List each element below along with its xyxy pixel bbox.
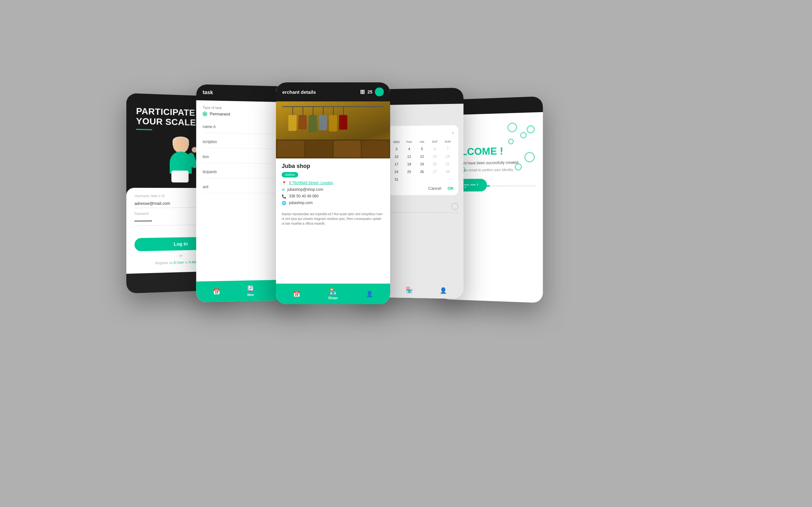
header-icons: ⊞ 25: [360, 88, 384, 96]
counter-badge: 25: [367, 89, 372, 95]
cal-day-25[interactable]: 25: [403, 168, 415, 175]
merchant-email: jubashop@shop.com: [287, 187, 323, 192]
merchant-name: Juba shop: [282, 163, 385, 170]
location-icon: 📍: [282, 181, 287, 185]
cal-day-24[interactable]: 24: [391, 168, 403, 175]
cal-day-10[interactable]: 10: [391, 153, 403, 160]
task-reward-text: ard: [203, 185, 208, 189]
cal-day-26[interactable]: 26: [416, 168, 428, 175]
cal-day-7[interactable]: 7: [442, 145, 454, 152]
calendar-next-arrow[interactable]: ›: [452, 130, 454, 135]
merchant-phone-row: 📞 336 50 40 48 080: [282, 194, 385, 199]
cal-check-outline: [451, 203, 458, 210]
nav-item-new[interactable]: 🔄 New: [247, 285, 254, 297]
cal-day-17[interactable]: 17: [391, 161, 403, 168]
cal-day-3[interactable]: 3: [391, 146, 403, 153]
cal-nav-profile[interactable]: 👤: [440, 287, 447, 294]
headline-underline: [136, 129, 152, 130]
cal-day-20[interactable]: 20: [428, 160, 441, 167]
calendar-ok-btn[interactable]: OK: [448, 186, 454, 191]
merchant-nav-profile[interactable]: 👤: [366, 291, 373, 297]
merchant-address[interactable]: 6 Titchfield Street, London: [289, 181, 333, 185]
profile-nav-icon: 👤: [366, 291, 373, 297]
cal-day-18[interactable]: 18: [403, 161, 415, 168]
scene: PARTICIPATE IN YOUR SCALE Username, Mail…: [89, 79, 723, 428]
person-card-prop: [171, 170, 189, 182]
cal-day-13[interactable]: 13: [428, 153, 441, 160]
cal-nav-shops[interactable]: 🏪: [406, 286, 413, 293]
merchant-description: duptas repudandae aut expedita es? Aut q…: [276, 212, 390, 226]
cal-day-19[interactable]: 19: [416, 161, 428, 168]
shops-icon: 🏪: [329, 288, 337, 295]
register-user-link[interactable]: A User: [173, 260, 184, 264]
cal-day-4[interactable]: 4: [403, 146, 415, 153]
merchant-nav-calendar[interactable]: 📅: [293, 291, 300, 297]
cal-day-28[interactable]: 28: [442, 168, 454, 175]
merchant-bottom-nav: 📅 🏪 Shops 👤: [276, 284, 390, 304]
cal-day-5[interactable]: 5: [416, 145, 428, 152]
web-icon: 🌐: [282, 201, 287, 205]
permanent-label: Permanent: [210, 112, 230, 117]
cal-day-6[interactable]: 6: [428, 145, 441, 152]
new-label: New: [247, 293, 254, 297]
merchant-tag: clothes: [282, 172, 298, 177]
nav-item-calendar[interactable]: 📅: [213, 288, 220, 295]
merchant-info-section: Juba shop clothes 📍 6 Titchfield Street,…: [276, 158, 390, 212]
merchant-website-row: 🌐 jubashop.com: [282, 201, 385, 205]
merchant-header-title: erchant details: [282, 89, 316, 95]
person-head: [173, 137, 189, 153]
cal-day-14[interactable]: 14: [442, 153, 454, 160]
task-part-text: ticipants: [203, 170, 217, 174]
cal-day-31[interactable]: 31: [391, 176, 403, 183]
merchant-header: erchant details ⊞ 25: [276, 82, 390, 101]
task-name-text: name A: [203, 124, 216, 129]
merchant-email-row: ✉ jubashop@shop.com: [282, 187, 385, 192]
user-avatar: [375, 88, 384, 96]
new-icon: 🔄: [247, 285, 254, 292]
task-desc-text: scription: [203, 139, 217, 144]
merchant-nav-shops[interactable]: 🏪 Shops: [328, 288, 338, 300]
merchant-shop-image: [276, 101, 390, 158]
cal-nav-shops-icon: 🏪: [406, 286, 413, 293]
cal-day-21[interactable]: 21: [442, 160, 454, 167]
task-opt-text: tion: [203, 155, 209, 159]
calendar-cancel-btn[interactable]: Cancel: [428, 186, 441, 191]
calendar-nav-icon: 📅: [293, 291, 300, 297]
phone-icon: 📞: [282, 194, 287, 199]
shops-label: Shops: [328, 296, 338, 300]
merchant-phone: 336 50 40 48 080: [289, 194, 318, 199]
merchant-address-row: 📍 6 Titchfield Street, London: [282, 181, 385, 185]
grid-icon: ⊞: [360, 89, 365, 95]
cal-nav-profile-icon: 👤: [440, 287, 447, 294]
merchant-website: jubashop.com: [289, 201, 313, 205]
calendar-icon: 📅: [213, 288, 220, 295]
cal-day-12[interactable]: 12: [416, 153, 428, 160]
cal-day-27[interactable]: 27: [428, 168, 441, 175]
card-merchant: erchant details ⊞ 25: [276, 82, 390, 304]
email-icon: ✉: [282, 187, 285, 192]
permanent-radio[interactable]: [203, 112, 207, 116]
cal-day-11[interactable]: 11: [403, 153, 415, 160]
